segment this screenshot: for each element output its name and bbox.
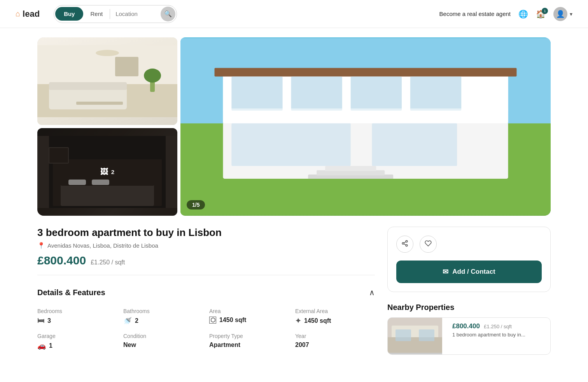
features-grid: Bedrooms 🛏 3 Bathrooms 🚿 2 — [37, 308, 375, 350]
location-input[interactable] — [110, 7, 161, 21]
details-header[interactable]: Details & Features ∧ — [37, 283, 375, 302]
gallery-thumb-2[interactable]: 🖼 2 — [37, 128, 177, 216]
price-row: £800.400 £1.250 / sqft — [37, 254, 375, 267]
envelope-icon: ✉ — [443, 268, 448, 276]
external-area-icon: ✦ — [295, 317, 301, 325]
feature-garage: Garage 🚗 1 — [37, 333, 117, 350]
feature-label-area: Area — [209, 308, 289, 314]
gallery-thumb-overlay: 🖼 2 — [37, 128, 177, 216]
main-content: 🖼 2 — [22, 37, 566, 370]
search-button[interactable]: 🔍 — [161, 7, 175, 21]
bedrooms-value: 3 — [47, 317, 51, 324]
feature-label-bathrooms: Bathrooms — [123, 308, 203, 314]
feature-bedrooms: Bedrooms 🛏 3 — [37, 308, 117, 325]
feature-property-type: Property Type Apartment — [209, 333, 289, 350]
logo-icon: ⌂ — [16, 9, 20, 18]
svg-point-34 — [406, 240, 408, 242]
svg-rect-27 — [231, 123, 350, 166]
like-button[interactable] — [420, 236, 437, 253]
avatar: 👤 — [553, 7, 567, 21]
svg-point-35 — [402, 242, 404, 244]
globe-icon: 🌐 — [518, 10, 528, 18]
nearby-price-sqft: £1.250 / sqft — [484, 324, 512, 329]
feature-value-row-year: 2007 — [295, 342, 375, 349]
nearby-section: Nearby Properties £800.400 — [387, 303, 551, 355]
add-contact-button[interactable]: ✉ Add / Contact — [396, 261, 542, 283]
notification-badge: 1 — [542, 8, 548, 14]
feature-value-row-bathrooms: 🚿 2 — [123, 317, 203, 325]
action-icons-row — [396, 236, 542, 253]
svg-rect-23 — [231, 76, 282, 111]
feature-external-area: External Area ✦ 1450 sqft — [295, 308, 375, 325]
feature-label-external-area: External Area — [295, 308, 375, 314]
area-icon: ⬡ — [209, 317, 216, 324]
feature-label-bedrooms: Bedrooms — [37, 308, 117, 314]
feature-year: Year 2007 — [295, 333, 375, 350]
feature-label-year: Year — [295, 333, 375, 339]
property-info: 3 bedroom apartment to buy in Lisbon 📍 A… — [37, 227, 375, 350]
buy-button[interactable]: Buy — [55, 7, 83, 21]
globe-button[interactable]: 🌐 — [518, 9, 528, 19]
bath-icon: 🚿 — [123, 317, 132, 325]
gallery-main[interactable]: 1/5 — [180, 37, 551, 216]
garage-value: 1 — [49, 342, 52, 349]
feature-label-garage: Garage — [37, 333, 117, 339]
nearby-description: 1 bedroom apartment to buy in... — [452, 332, 546, 338]
location-text: Avenidas Novas, Lisboa, Distrito de Lisb… — [47, 242, 158, 249]
property-location: 📍 Avenidas Novas, Lisboa, Distrito de Li… — [37, 242, 375, 249]
search-icon: 🔍 — [164, 10, 172, 18]
feature-area: Area ⬡ 1450 sqft — [209, 308, 289, 325]
external-area-value: 1450 sqft — [304, 317, 331, 324]
condition-value: New — [123, 342, 136, 349]
property-type-value: Apartment — [209, 342, 240, 349]
nearby-price: £800.400 — [452, 322, 480, 330]
feature-condition: Condition New — [123, 333, 203, 350]
price-sqft: £1.250 / sqft — [91, 259, 125, 266]
svg-rect-32 — [180, 179, 551, 215]
user-menu-button[interactable]: 👤 ▾ — [553, 7, 572, 21]
price-main: £800.400 — [37, 254, 86, 267]
exterior-image — [180, 37, 551, 216]
rent-button[interactable]: Rent — [83, 7, 110, 21]
gallery-thumb-1[interactable] — [37, 37, 177, 125]
agent-link[interactable]: Become a real estate agent — [439, 11, 511, 17]
svg-line-37 — [404, 244, 406, 245]
svg-rect-8 — [115, 57, 138, 76]
svg-rect-31 — [325, 166, 376, 171]
svg-point-7 — [96, 50, 119, 56]
right-panel: ✉ Add / Contact Nearby Properties — [387, 227, 551, 355]
chevron-down-icon: ▾ — [570, 11, 572, 17]
image-icon: 🖼 — [100, 167, 108, 176]
navbar: ⌂ lead Buy Rent 🔍 Become a real estate a… — [0, 0, 588, 28]
nearby-price-row: £800.400 £1.250 / sqft — [452, 322, 546, 330]
svg-rect-24 — [291, 76, 342, 111]
divider — [37, 275, 375, 275]
feature-value-row-property-type: Apartment — [209, 342, 289, 349]
feature-value-row-bedrooms: 🛏 3 — [37, 317, 117, 325]
chevron-up-icon: ∧ — [369, 288, 375, 297]
year-value: 2007 — [295, 342, 309, 349]
feature-bathrooms: Bathrooms 🚿 2 — [123, 308, 203, 325]
logo[interactable]: ⌂ lead — [16, 9, 40, 19]
gallery: 🖼 2 — [37, 37, 551, 216]
property-title: 3 bedroom apartment to buy in Lisbon — [37, 227, 375, 239]
property-section: 3 bedroom apartment to buy in Lisbon 📍 A… — [37, 227, 551, 355]
action-card: ✉ Add / Contact — [387, 227, 551, 292]
thumb-count: 2 — [111, 169, 114, 175]
add-contact-label: Add / Contact — [452, 268, 495, 276]
details-title: Details & Features — [37, 288, 105, 297]
svg-rect-33 — [223, 109, 508, 111]
logo-text: lead — [23, 9, 40, 19]
nav-search-bar: Buy Rent 🔍 — [54, 5, 177, 23]
living-room-image — [37, 37, 177, 125]
share-icon — [401, 240, 408, 249]
home-notification-button[interactable]: 🏠 1 — [536, 9, 546, 19]
area-value: 1450 sqft — [219, 317, 246, 324]
nearby-card[interactable]: £800.400 £1.250 / sqft 1 bedroom apartme… — [387, 317, 551, 355]
location-pin-icon: 📍 — [37, 242, 45, 249]
svg-rect-22 — [215, 68, 517, 77]
svg-rect-43 — [419, 329, 434, 341]
share-button[interactable] — [396, 236, 413, 253]
gallery-thumbs: 🖼 2 — [37, 37, 177, 216]
svg-rect-42 — [396, 329, 411, 341]
